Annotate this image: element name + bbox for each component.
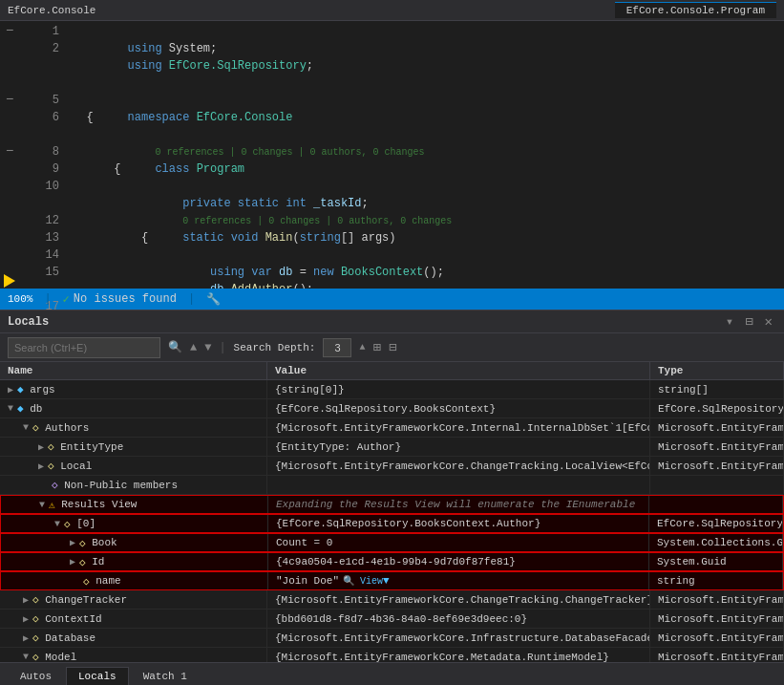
table-row[interactable]: ▶ ◆ args {string[0]} string[] [0, 380, 784, 399]
prop-icon: ◇ [32, 421, 39, 434]
table-row[interactable]: ◇ Non-Public members [0, 476, 784, 495]
prop-icon: ◇ [48, 460, 54, 472]
depth-label: Search Depth: [234, 342, 316, 353]
expand-icon[interactable]: ▶ [70, 556, 75, 567]
active-tab[interactable]: EfCore.Console.Program [615, 2, 776, 18]
table-row-0[interactable]: ▼ ◇ [0] {EfCore.SqlRepository.BooksConte… [0, 514, 784, 533]
code-editor[interactable]: using System; using EfCore.SqlRepository… [65, 21, 784, 289]
row-name: ▶ ◇ Database [0, 629, 267, 647]
layout-btn-1[interactable]: ⊞ [372, 339, 380, 355]
collapse-btn-2[interactable]: − [6, 92, 13, 107]
warn-icon: ⚠ [49, 499, 55, 511]
table-row-results-view[interactable]: ▼ ⚠ Results View Expanding the Results V… [0, 495, 784, 514]
editor-left-margin: − − − [0, 21, 27, 289]
toolbar-sep: | [219, 341, 225, 354]
status-bar: 100% | ✓ No issues found | 🔧 [0, 289, 784, 310]
row-name: ▼ ⚠ Results View [1, 496, 268, 513]
title-bar: EfCore.Console EfCore.Console.Program [0, 0, 784, 21]
expand-icon[interactable]: ▶ [8, 384, 13, 396]
table-row-id[interactable]: ▶ ◇ Id {4c9a0504-e1cd-4e1b-99b4-9d7d0f87… [0, 552, 784, 571]
row-value: {Microsoft.EntityFrameworkCore.ChangeTra… [267, 590, 650, 609]
panel-controls: ▾ ⊟ ✕ [722, 313, 776, 330]
row-name: ▼ ◇ Authors [0, 418, 267, 437]
expand-icon[interactable]: ▶ [23, 594, 29, 606]
expand-icon[interactable]: ▶ [23, 632, 29, 644]
expand-icon[interactable]: ▼ [54, 519, 60, 529]
row-type: string [649, 572, 783, 589]
db-icon: ◆ [17, 402, 24, 415]
arrow-up-btn[interactable]: ▲ [190, 341, 197, 354]
row-type: Microsoft.EntityFrame... [650, 590, 784, 609]
tab-locals[interactable]: Locals [66, 667, 129, 685]
prop-icon: ◇ [32, 651, 39, 662]
float-button[interactable]: ⊟ [741, 313, 756, 330]
depth-up-btn[interactable]: ▲ [359, 342, 365, 353]
panel-header: Locals ▾ ⊟ ✕ [0, 310, 784, 333]
row-type: Microsoft.EntityFrame... [650, 457, 784, 475]
nonpublic-icon: ◇ [52, 479, 58, 491]
table-row[interactable]: ▼ ◆ db {EfCore.SqlRepository.BooksContex… [0, 399, 784, 418]
expand-icon[interactable]: ▼ [8, 403, 13, 414]
row-value: "Join Doe" 🔍 View ▼ [268, 572, 649, 589]
pin-button[interactable]: ▾ [722, 313, 737, 330]
expand-icon[interactable]: ▶ [38, 441, 44, 453]
row-name: ▶ ◇ EntityType [0, 438, 267, 456]
table-row[interactable]: ▶ ◇ ChangeTracker {Microsoft.EntityFrame… [0, 590, 784, 610]
col-value: Value [267, 362, 650, 379]
prop-icon: ◇ [79, 537, 86, 549]
row-value [267, 476, 650, 494]
var-icon: ◆ [17, 383, 24, 396]
collapse-btn-1[interactable]: − [6, 23, 13, 38]
bottom-tabs: Autos Locals Watch 1 [0, 662, 784, 685]
row-name: ◇ name [1, 572, 268, 589]
expand-icon[interactable]: ▼ [39, 500, 45, 510]
status-divider: | [44, 292, 51, 306]
row-type: Microsoft.EntityFrame... [650, 610, 784, 628]
prop-icon: ◇ [79, 556, 86, 568]
depth-input[interactable] [323, 338, 351, 357]
table-row[interactable]: ▼ ◇ Authors {Microsoft.EntityFrameworkCo… [0, 418, 784, 438]
row-type: EfCore.SqlRepository.... [649, 515, 783, 532]
tab-autos[interactable]: Autos [8, 667, 64, 685]
row-name: ▼ ◇ [0] [1, 515, 268, 532]
expand-icon[interactable]: ▶ [38, 460, 44, 472]
locals-table[interactable]: Name Value Type ▶ ◆ args {string[0]} str… [0, 362, 784, 662]
prop-icon: ◇ [48, 440, 54, 453]
locals-toolbar: 🔍 ▲ ▼ | Search Depth: ▲ ⊞ ⊟ [0, 333, 784, 362]
row-name: ▶ ◇ Book [1, 534, 268, 551]
table-row[interactable]: ▶ ◇ EntityType {EntityType: Author} Micr… [0, 438, 784, 457]
row-type [650, 476, 784, 494]
collapse-btn-3[interactable]: − [6, 143, 13, 159]
code-line: private static int _taskId; [73, 178, 784, 195]
table-row-book[interactable]: ▶ ◇ Book Count = 0 System.Collections.Ge… [0, 533, 784, 552]
view-link[interactable]: 🔍 View [343, 575, 383, 587]
row-type: EfCore.SqlRepository.... [650, 399, 784, 417]
expand-icon[interactable]: ▶ [70, 537, 75, 548]
search-icon[interactable]: 🔍 [168, 340, 182, 354]
expand-icon[interactable]: ▼ [23, 422, 29, 433]
code-line [73, 57, 784, 75]
panel-title: Locals [8, 315, 49, 329]
row-type: System.Collections.Ge... [649, 534, 783, 551]
layout-btn-2[interactable]: ⊟ [389, 339, 396, 355]
tab-watch1[interactable]: Watch 1 [131, 667, 200, 685]
code-line-ref: 0 references | 0 changes | 0 authors, 0 … [73, 126, 784, 143]
table-row[interactable]: ▶ ◇ Database {Microsoft.EntityFrameworkC… [0, 629, 784, 648]
wrench-icon[interactable]: 🔧 [206, 292, 221, 307]
view-dropdown[interactable]: ▼ [383, 575, 390, 587]
table-row-name-field[interactable]: ◇ name "Join Doe" 🔍 View ▼ string [0, 571, 784, 590]
arrow-down-btn[interactable]: ▼ [204, 341, 211, 354]
prop-icon: ◇ [83, 575, 90, 588]
row-name: ▶ ◇ Local [0, 457, 267, 475]
row-type: string[] [650, 380, 784, 398]
prop-icon: ◇ [32, 593, 39, 606]
execution-arrow [4, 274, 15, 288]
table-row[interactable]: ▼ ◇ Model {Microsoft.EntityFrameworkCore… [0, 648, 784, 662]
table-row[interactable]: ▶ ◇ Local {Microsoft.EntityFrameworkCore… [0, 457, 784, 476]
expand-icon[interactable]: ▼ [23, 652, 29, 662]
table-row[interactable]: ▶ ◇ ContextId {bbd601d8-f8d7-4b36-84a0-8… [0, 610, 784, 629]
close-button[interactable]: ✕ [761, 313, 776, 330]
no-issues-text: No issues found [74, 292, 177, 306]
search-input[interactable] [8, 337, 160, 358]
expand-icon[interactable]: ▶ [23, 613, 29, 625]
